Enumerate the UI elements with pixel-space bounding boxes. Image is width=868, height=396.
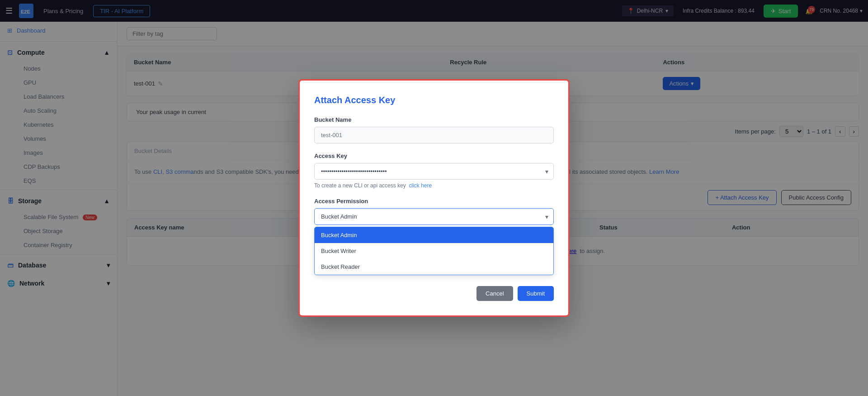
access-permission-label: Access Permission	[314, 198, 554, 205]
submit-button[interactable]: Submit	[518, 286, 554, 301]
access-key-select-wrapper: •••••••••••••••••••••••••••••••• ▾	[314, 163, 554, 180]
modal-title: Attach Access Key	[314, 95, 554, 105]
access-permission-select-wrapper: Bucket Admin Bucket Writer Bucket Reader…	[314, 208, 554, 225]
bucket-name-label: Bucket Name	[314, 116, 554, 123]
access-permission-group: Access Permission Bucket Admin Bucket Wr…	[314, 198, 554, 275]
permission-dropdown-open: Bucket Admin Bucket Writer Bucket Reader	[314, 227, 554, 275]
access-key-help-text: To create a new CLI or api access key cl…	[314, 182, 554, 189]
access-key-label: Access Key	[314, 153, 554, 159]
bucket-name-input	[314, 127, 554, 143]
dropdown-option-bucket-admin[interactable]: Bucket Admin	[315, 227, 553, 243]
bucket-name-group: Bucket Name	[314, 116, 554, 143]
modal-overlay: Attach Access Key Bucket Name Access Key…	[0, 0, 868, 396]
dropdown-option-bucket-writer[interactable]: Bucket Writer	[315, 243, 553, 259]
dropdown-option-bucket-reader[interactable]: Bucket Reader	[315, 259, 553, 275]
cancel-button[interactable]: Cancel	[476, 286, 513, 301]
access-key-group: Access Key •••••••••••••••••••••••••••••…	[314, 153, 554, 189]
modal-footer: Cancel Submit	[314, 286, 554, 301]
access-permission-select[interactable]: Bucket Admin Bucket Writer Bucket Reader	[314, 208, 554, 225]
attach-access-key-modal: Attach Access Key Bucket Name Access Key…	[298, 79, 570, 317]
access-key-click-here-link[interactable]: click here	[409, 182, 432, 189]
access-key-select[interactable]: ••••••••••••••••••••••••••••••••	[314, 163, 554, 180]
